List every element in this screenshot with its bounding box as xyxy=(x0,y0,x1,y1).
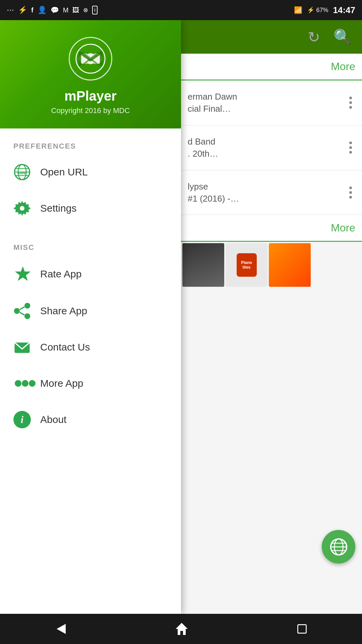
gear-icon xyxy=(13,200,37,217)
signal-icon: 📶 xyxy=(294,6,302,14)
svg-marker-13 xyxy=(15,266,31,281)
svg-point-15 xyxy=(14,308,20,314)
globe-icon: WWW xyxy=(13,163,37,181)
more-options-1[interactable] xyxy=(346,93,355,112)
menu-item-rate-app[interactable]: Rate App xyxy=(0,255,181,293)
content-item-1-text: erman Dawncial Final… xyxy=(188,91,346,115)
gmail-status-icon: M xyxy=(63,6,69,14)
more-app-label: More App xyxy=(40,378,83,389)
thumb-piano-tiles[interactable]: Pianotiles xyxy=(226,243,267,287)
misc-section-label: MISC xyxy=(0,236,181,255)
menu-item-contact-us[interactable]: Contact Us xyxy=(0,329,181,365)
content-item-2-text: d Band. 20th… xyxy=(188,136,346,160)
main-container: mPlayer Copyright 2016 by MDC PREFERENCE… xyxy=(0,20,362,614)
rate-app-label: Rate App xyxy=(40,268,81,280)
settings-label: Settings xyxy=(40,203,76,214)
recent-apps-button[interactable] xyxy=(283,620,321,638)
back-button[interactable] xyxy=(41,619,81,639)
status-right-icons: 📶 ⚡ 67% 14:47 xyxy=(294,5,355,15)
home-button[interactable] xyxy=(162,619,202,639)
svg-line-18 xyxy=(20,312,24,315)
content-item-2: d Band. 20th… xyxy=(181,125,362,170)
photo-status-icon: 🖼 xyxy=(72,6,79,14)
section-divider xyxy=(0,226,181,236)
status-bar: ⋯ ⚡ f 👤 💬 M 🖼 ⊗ i 📶 ⚡ 67% 14:47 xyxy=(0,0,362,20)
svg-marker-28 xyxy=(57,624,66,634)
svg-marker-29 xyxy=(176,623,188,635)
drawer-header: mPlayer Copyright 2016 by MDC xyxy=(0,20,181,128)
svg-point-14 xyxy=(24,303,30,309)
app-name: mPlayer xyxy=(64,89,117,104)
mplayer-logo-svg xyxy=(75,44,106,74)
mail-icon xyxy=(13,338,37,356)
drawer-content: PREFERENCES WWW Open URL xyxy=(0,128,181,614)
thumb-2[interactable] xyxy=(269,243,311,287)
svg-point-21 xyxy=(22,380,28,387)
menu-item-settings[interactable]: Settings xyxy=(0,190,181,226)
content-item-3-text: lypse#1 (2016) -… xyxy=(188,180,346,205)
right-content: More erman Dawncial Final… d Band. 20th… xyxy=(181,54,362,614)
logo-inner xyxy=(74,42,107,75)
open-url-label: Open URL xyxy=(40,166,88,178)
content-item-1: erman Dawncial Final… xyxy=(181,80,362,125)
menu-item-about[interactable]: i About xyxy=(0,401,181,438)
globe-fab[interactable] xyxy=(322,530,355,564)
network-x-icon: ⊗ xyxy=(83,6,88,14)
more-link-bottom[interactable]: More xyxy=(181,215,362,242)
svg-point-20 xyxy=(15,380,21,387)
search-icon[interactable]: 🔍 xyxy=(334,28,352,46)
about-label: About xyxy=(40,414,66,425)
usb-status-icon: ⚡ xyxy=(18,6,27,14)
svg-point-12 xyxy=(20,206,24,211)
contact-us-label: Contact Us xyxy=(40,341,90,353)
more-options-3[interactable] xyxy=(346,183,355,202)
more-options-2[interactable] xyxy=(346,138,355,157)
contacts-status-icon: 👤 xyxy=(38,6,47,14)
info-status-icon: i xyxy=(92,6,98,14)
right-header: ↻ 🔍 xyxy=(181,20,362,54)
menu-item-more-app[interactable]: More App xyxy=(0,365,181,401)
app-logo xyxy=(69,37,112,80)
svg-point-16 xyxy=(24,313,30,319)
dots-icon xyxy=(13,375,37,392)
status-left-icons: ⋯ ⚡ f 👤 💬 M 🖼 ⊗ i xyxy=(7,6,98,14)
more-link-top[interactable]: More xyxy=(181,54,362,80)
chat-status-icon: 💬 xyxy=(51,6,59,14)
bottom-nav xyxy=(0,614,362,644)
app-copyright: Copyright 2016 by MDC xyxy=(51,106,130,115)
star-icon xyxy=(13,265,37,283)
info-icon: i xyxy=(13,411,37,428)
preferences-section-label: PREFERENCES xyxy=(0,135,181,154)
share-app-label: Share App xyxy=(40,305,87,317)
svg-rect-30 xyxy=(298,625,306,633)
thumbnail-area: Pianotiles xyxy=(181,242,362,288)
svg-text:WWW: WWW xyxy=(17,171,26,175)
menu-status-icon: ⋯ xyxy=(7,6,14,14)
svg-line-17 xyxy=(20,307,24,310)
right-panel: ↻ 🔍 More erman Dawncial Final… d Band. 2… xyxy=(181,20,362,614)
facebook-status-icon: f xyxy=(31,6,34,14)
menu-item-open-url[interactable]: WWW Open URL xyxy=(0,154,181,190)
content-item-3: lypse#1 (2016) -… xyxy=(181,170,362,215)
share-icon xyxy=(13,302,37,320)
drawer: mPlayer Copyright 2016 by MDC PREFERENCE… xyxy=(0,20,181,614)
thumb-1[interactable] xyxy=(182,243,224,287)
refresh-icon[interactable]: ↻ xyxy=(308,29,320,46)
battery-icon: ⚡ 67% xyxy=(307,6,328,14)
svg-point-22 xyxy=(29,380,36,387)
menu-item-share-app[interactable]: Share App xyxy=(0,293,181,329)
status-time: 14:47 xyxy=(333,5,356,15)
